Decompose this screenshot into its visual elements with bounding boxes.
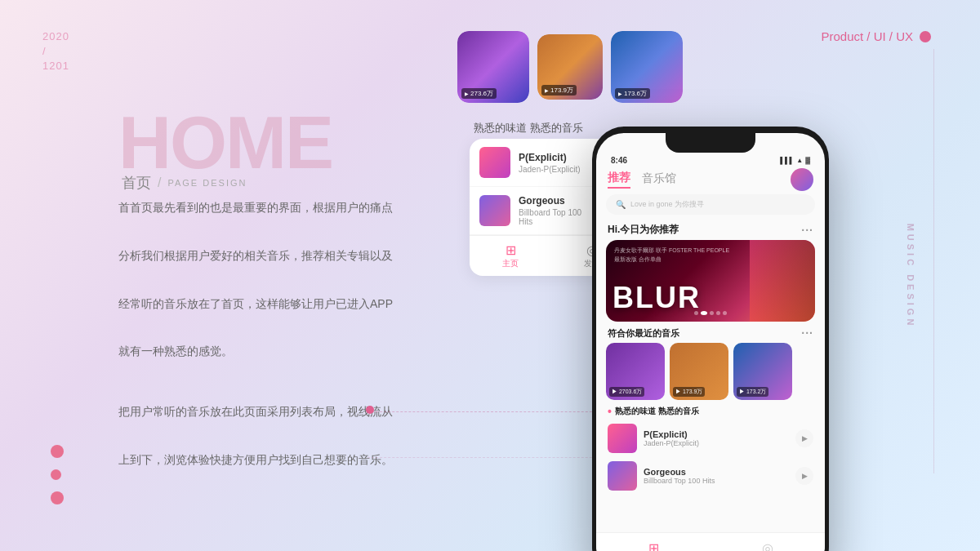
s-album-3[interactable]: ▶ 173.2万 (733, 343, 792, 400)
home-slash: / (158, 176, 161, 190)
description-1: 首首页最先看到的也是最重要的界面，根据用户的痛点 分析我们根据用户爱好的相关音乐… (118, 196, 429, 364)
blur-text: BLUR (612, 281, 701, 315)
list-thumb-1 (479, 147, 510, 178)
phone-list-item-1[interactable]: P(Explicit) Jaden-P(Explicit) ▶ (596, 420, 825, 457)
familiar-label: 熟悉的味道 熟悉的音乐 (615, 406, 699, 417)
home-nav-icon: ⊞ (470, 242, 551, 258)
signal-icon: ▌▌▌ (780, 157, 794, 164)
product-dot (920, 31, 931, 42)
familiar-section: • 熟悉的味道 熟悉的音乐 (596, 400, 825, 420)
recent-more-options[interactable]: ··· (801, 327, 813, 340)
dot-5 (723, 311, 727, 315)
battery-icon: ▓ (805, 157, 810, 164)
dashed-dot (366, 406, 374, 414)
blur-top-text: 丹麦女歌手爾那 联手 FOSTER THE PEOPLE 最新改版 合作单曲 (614, 247, 729, 264)
dot-1 (51, 445, 64, 458)
page-design-text: PAGE DESIGN (167, 178, 247, 188)
phone-notch (666, 133, 755, 153)
product-text: Product / UI / UX (821, 29, 913, 43)
hi-section: Hi.今日为你推荐 ··· (596, 218, 825, 240)
pli-sub-1: Jaden-P(Explicit) (644, 439, 789, 447)
search-placeholder: Love in gone 为你搜寻 (630, 199, 704, 210)
phone-outer: 8:46 ▌▌▌ ▲ ▓ 推荐 音乐馆 🔍 Love in gone 为你搜寻 (592, 127, 829, 551)
tab-recommend[interactable]: 推荐 (608, 171, 630, 189)
blur-banner[interactable]: 丹麦女歌手爾那 联手 FOSTER THE PEOPLE 最新改版 合作单曲 B… (606, 240, 815, 322)
list-info-2: Gorgeous Billboard Top 100 Hits (519, 195, 590, 226)
pli-thumb-1 (608, 424, 637, 453)
s-album-1[interactable]: ▶ 2703.6万 (606, 343, 665, 400)
date-label: 2020 / 1201 (42, 29, 69, 74)
home-big-text: HOME (118, 106, 332, 180)
s-badge-2: ▶ 173.9万 (673, 387, 705, 397)
pli-info-1: P(Explicit) Jaden-P(Explicit) (644, 429, 789, 447)
pli-play-1[interactable]: ▶ (795, 429, 813, 447)
blur-person-image (750, 240, 815, 322)
dashed-line-h2 (368, 457, 612, 458)
phone-bottom-nav: ⊞ 主页 ◎ 发现 (596, 532, 825, 551)
small-albums-row: ▶ 2703.6万 ▶ 173.9万 ▶ 173.2万 (596, 343, 825, 400)
recent-music-section: 符合你最近的音乐 ··· (596, 322, 825, 343)
pbn-discover[interactable]: ◎ 发现 (761, 540, 774, 552)
list-thumb-2 (479, 195, 510, 226)
pli-play-2[interactable]: ▶ (795, 467, 813, 485)
tab-music-hall[interactable]: 音乐馆 (642, 171, 676, 188)
phone-container: 8:46 ▌▌▌ ▲ ▓ 推荐 音乐馆 🔍 Love in gone 为你搜寻 (592, 127, 829, 551)
dot-3 (51, 491, 64, 504)
pli-title-2: Gorgeous (644, 467, 789, 477)
right-divider (933, 49, 934, 473)
more-options[interactable]: ··· (801, 224, 813, 237)
nav-home-label: 主页 (502, 259, 519, 268)
blur-indicator-dots (694, 311, 727, 315)
s-album-2[interactable]: ▶ 173.9万 (670, 343, 728, 400)
nav-home[interactable]: ⊞ 主页 (470, 242, 551, 269)
section-label: 熟悉的味道 熟悉的音乐 (474, 121, 583, 136)
phone-time: 8:46 (611, 156, 627, 165)
product-label: Product / UI / UX (821, 29, 931, 43)
phone-screen: 8:46 ▌▌▌ ▲ ▓ 推荐 音乐馆 🔍 Love in gone 为你搜寻 (596, 133, 825, 551)
wifi-icon: ▲ (796, 157, 803, 164)
dots-decoration (51, 445, 64, 504)
album-2-badge: 173.9万 (541, 85, 577, 96)
s-badge-1: ▶ 2703.6万 (609, 387, 644, 397)
album-1[interactable]: 273.6万 (457, 31, 529, 103)
home-title-area: HOME 首页 / PAGE DESIGN (118, 106, 332, 193)
phone-search[interactable]: 🔍 Love in gone 为你搜寻 (606, 194, 815, 215)
num-text: 1201 (42, 60, 69, 72)
tabs-row: 推荐 音乐馆 (596, 168, 825, 191)
album-1-badge: 273.6万 (461, 88, 497, 99)
pli-info-2: Gorgeous Billboard Top 100 Hits (644, 467, 789, 485)
hi-text: Hi.今日为你推荐 (608, 223, 679, 237)
dot-1 (694, 311, 698, 315)
pbn-home[interactable]: ⊞ 主页 (647, 540, 660, 552)
list-sub-2: Billboard Top 100 Hits (519, 208, 590, 226)
album-3-badge: 173.6万 (615, 88, 650, 99)
dot-3 (710, 311, 714, 315)
phone-search-icon: 🔍 (616, 200, 626, 209)
album-3[interactable]: 173.6万 (611, 31, 683, 103)
recent-music-text: 符合你最近的音乐 (608, 327, 679, 340)
top-albums: 273.6万 173.9万 173.6万 (457, 31, 683, 103)
s-badge-3: ▶ 173.2万 (737, 387, 768, 397)
pli-title-1: P(Explicit) (644, 429, 789, 439)
dot-4 (716, 311, 720, 315)
pli-thumb-2 (608, 461, 637, 491)
dot-2 (51, 469, 61, 480)
year-text: 2020 (42, 30, 69, 42)
dot-2 (701, 311, 707, 315)
status-icons: ▌▌▌ ▲ ▓ (780, 157, 810, 164)
dashed-line-h (368, 411, 612, 412)
list-title-2: Gorgeous (519, 195, 590, 207)
home-cn-text: 首页 (122, 173, 151, 193)
familiar-dot: • (608, 405, 612, 418)
user-avatar[interactable] (791, 168, 813, 191)
pli-sub-2: Billboard Top 100 Hits (644, 477, 789, 485)
phone-list-item-2[interactable]: Gorgeous Billboard Top 100 Hits ▶ (596, 457, 825, 495)
pbn-home-icon: ⊞ (648, 540, 659, 552)
pbn-discover-icon: ◎ (762, 540, 773, 552)
slash-text: / (42, 45, 47, 57)
album-2[interactable]: 173.9万 (537, 34, 603, 100)
music-design-label: MUSIC DESIGN (906, 223, 916, 328)
